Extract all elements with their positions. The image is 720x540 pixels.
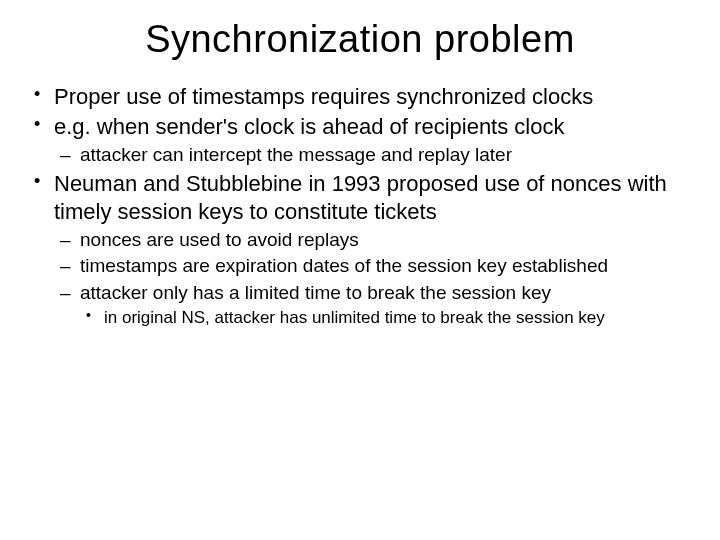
list-item: timestamps are expiration dates of the s… — [54, 254, 692, 278]
list-item: e.g. when sender's clock is ahead of rec… — [28, 113, 692, 167]
bullet-text: in original NS, attacker has unlimited t… — [104, 308, 605, 327]
list-item: nonces are used to avoid replays — [54, 228, 692, 252]
sub-sub-list: in original NS, attacker has unlimited t… — [80, 307, 692, 329]
bullet-text: Proper use of timestamps requires synchr… — [54, 84, 593, 109]
bullet-list: Proper use of timestamps requires synchr… — [28, 83, 692, 329]
slide-title: Synchronization problem — [28, 18, 692, 61]
sub-list: nonces are used to avoid replays timesta… — [54, 228, 692, 329]
bullet-text: e.g. when sender's clock is ahead of rec… — [54, 114, 564, 139]
bullet-text: attacker can intercept the message and r… — [80, 144, 512, 165]
list-item: Proper use of timestamps requires synchr… — [28, 83, 692, 111]
bullet-text: timestamps are expiration dates of the s… — [80, 255, 608, 276]
list-item: in original NS, attacker has unlimited t… — [80, 307, 692, 329]
bullet-text: nonces are used to avoid replays — [80, 229, 359, 250]
sub-list: attacker can intercept the message and r… — [54, 143, 692, 167]
list-item: attacker can intercept the message and r… — [54, 143, 692, 167]
list-item: Neuman and Stubblebine in 1993 proposed … — [28, 170, 692, 329]
list-item: attacker only has a limited time to brea… — [54, 281, 692, 329]
bullet-text: attacker only has a limited time to brea… — [80, 282, 551, 303]
bullet-text: Neuman and Stubblebine in 1993 proposed … — [54, 171, 667, 224]
